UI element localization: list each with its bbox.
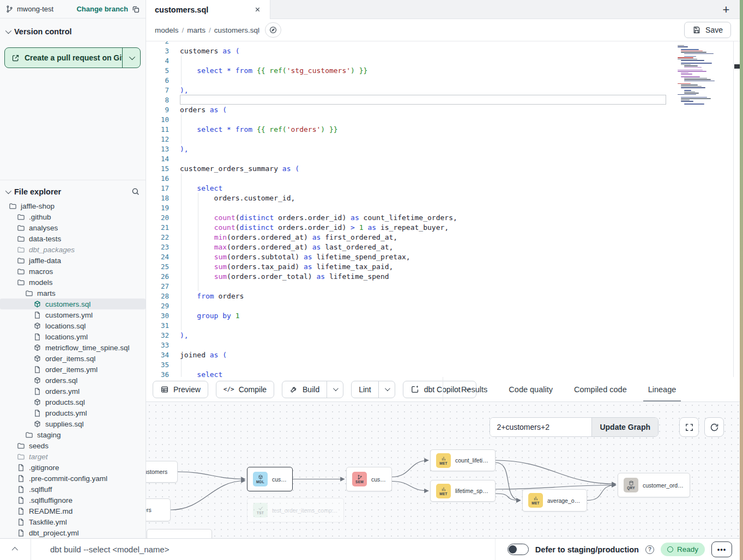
file-tree-item-readme-md[interactable]: README.md [0, 506, 146, 516]
lineage-node-average-order-value[interactable]: METaverage_order_value [522, 489, 587, 512]
code-line-28[interactable]: 28 from orders [146, 291, 740, 301]
search-icon[interactable] [131, 187, 140, 196]
copy-icon[interactable] [131, 5, 140, 14]
code-line-17[interactable]: 17 select [146, 183, 740, 193]
compile-button[interactable]: </> Compile [216, 381, 274, 398]
compass-icon-button[interactable] [265, 22, 281, 38]
pull-request-dropdown-button[interactable] [122, 48, 140, 68]
file-tree-item-order-items-yml[interactable]: order_items.yml [0, 364, 146, 375]
file-tree-item-orders-yml[interactable]: orders.yml [0, 386, 146, 397]
file-tree-item-marts[interactable]: marts [0, 288, 146, 299]
code-line-35[interactable]: 35 [146, 360, 740, 369]
lineage-node-customers-mdl[interactable]: MDLcustomers [247, 467, 293, 491]
file-tree-item--sqlfluff[interactable]: .sqlfluff [0, 484, 146, 495]
file-tree-item-dbt-project-yml[interactable]: dbt_project.yml [0, 527, 146, 538]
code-line-24[interactable]: 24 sum(orders.subtotal) as lifetime_spen… [146, 252, 740, 261]
code-line-2[interactable]: 2 [146, 41, 740, 46]
lint-button[interactable]: Lint [352, 381, 378, 398]
new-tab-button[interactable]: + [718, 2, 734, 18]
code-line-25[interactable]: 25 sum(orders.tax_paid) as lifetime_tax_… [146, 261, 740, 271]
file-tree-item-products-sql[interactable]: products.sql [0, 397, 146, 407]
file-tree-item-locations-sql[interactable]: locations.sql [0, 320, 146, 331]
preview-button[interactable]: Preview [153, 381, 208, 398]
code-line-32[interactable]: 32), [146, 330, 740, 340]
lineage-node-stg-customers[interactable]: stg_customers [146, 461, 178, 483]
file-tree-item--sqlfluffignore[interactable]: .sqlfluffignore [0, 495, 146, 506]
command-input[interactable]: dbt build --select <model_name> [31, 539, 495, 560]
collapse-command-bar-button[interactable] [0, 547, 31, 552]
code-line-18[interactable]: 18 orders.customer_id, [146, 193, 740, 203]
code-line-13[interactable]: 13), [146, 144, 740, 154]
version-control-header[interactable]: Version control [0, 27, 146, 36]
file-tree-item-analyses[interactable]: analyses [0, 222, 146, 233]
file-tree-item-metricflow-time-spine-sql[interactable]: metricflow_time_spine.sql [0, 342, 146, 353]
file-tree-item-jaffle-shop[interactable]: jaffle-shop [0, 200, 146, 211]
editor-scrollbar[interactable] [733, 41, 740, 377]
code-line-31[interactable]: 31 [146, 320, 740, 330]
panel-tab-lineage[interactable]: Lineage [647, 377, 678, 401]
file-tree-item-products-yml[interactable]: products.yml [0, 407, 146, 418]
build-button[interactable]: Build [282, 381, 327, 398]
code-line-26[interactable]: 26 sum(orders.order_total) as lifetime_s… [146, 271, 740, 281]
code-line-12[interactable]: 12 [146, 134, 740, 144]
breadcrumb-marts[interactable]: marts [187, 26, 206, 34]
code-line-29[interactable]: 29 [146, 301, 740, 311]
code-line-6[interactable]: 6 [146, 75, 740, 85]
code-line-30[interactable]: 30 group by 1 [146, 311, 740, 320]
panel-tab-results[interactable]: Results [460, 377, 489, 401]
code-line-36[interactable]: 36 select [146, 369, 740, 377]
file-tree-item-target[interactable]: target [0, 451, 146, 462]
file-tree-item-supplies-sql[interactable]: supplies.sql [0, 418, 146, 429]
file-tree-item-customers-yml[interactable]: customers.yml [0, 309, 146, 320]
code-line-23[interactable]: 23 max(orders.ordered_at) as last_ordere… [146, 242, 740, 252]
file-tree-item-models[interactable]: models [0, 277, 146, 288]
code-line-11[interactable]: 11 select * from {{ ref('orders') }} [146, 124, 740, 134]
lineage-node-partial-node[interactable] [147, 529, 212, 538]
breadcrumb-models[interactable]: models [155, 26, 179, 34]
code-line-14[interactable]: 14 [146, 154, 740, 163]
code-editor[interactable]: 23customers as (45 select * from {{ ref(… [146, 41, 740, 377]
file-tree-item-order-items-sql[interactable]: order_items.sql [0, 353, 146, 364]
lineage-node-customers-sem[interactable]: SEMcustomers [346, 467, 392, 491]
file-tree-item-staging[interactable]: staging [0, 429, 146, 440]
file-tree-item-macros[interactable]: macros [0, 266, 146, 277]
refresh-button[interactable] [704, 417, 724, 437]
code-line-16[interactable]: 16 [146, 173, 740, 183]
code-line-19[interactable]: 19 [146, 203, 740, 212]
code-line-33[interactable]: 33 [146, 340, 740, 350]
file-tree-item-taskfile-yml[interactable]: Taskfile.yml [0, 516, 146, 527]
file-tree-item--pre-commit-config-yaml[interactable]: .pre-commit-config.yaml [0, 473, 146, 484]
file-tree-item-jaffle-data[interactable]: jaffle-data [0, 255, 146, 266]
more-options-button[interactable]: ••• [711, 541, 732, 557]
code-line-21[interactable]: 21 count(distinct orders.order_id) > 1 a… [146, 222, 740, 232]
code-line-5[interactable]: 5 select * from {{ ref('stg_customers') … [146, 65, 740, 75]
code-line-27[interactable]: 27 [146, 281, 740, 291]
file-explorer-header[interactable]: File explorer [0, 180, 146, 200]
change-branch-link[interactable]: Change branch [76, 5, 128, 13]
minimap[interactable] [678, 45, 726, 107]
code-line-8[interactable]: 8 [146, 95, 740, 105]
code-line-22[interactable]: 22 min(orders.ordered_at) as first_order… [146, 232, 740, 242]
build-dropdown-button[interactable] [327, 381, 343, 398]
tab-customers-sql[interactable]: customers.sql [146, 0, 270, 19]
lineage-node-count-lifetime-orders[interactable]: METcount_lifetime_orders [430, 449, 496, 471]
file-tree-item-data-tests[interactable]: data-tests [0, 233, 146, 244]
lineage-panel[interactable]: stg_customersordersMDLcustomersTSTtest_o… [146, 402, 740, 538]
code-line-15[interactable]: 15customer_orders_summary as ( [146, 163, 740, 173]
update-graph-button[interactable]: Update Graph [591, 418, 658, 436]
fullscreen-button[interactable] [679, 417, 699, 437]
file-tree-item-customers-sql[interactable]: customers.sql [0, 299, 146, 309]
save-button[interactable]: Save [684, 22, 731, 38]
help-icon[interactable]: ? [645, 545, 654, 554]
code-line-34[interactable]: 34joined as ( [146, 350, 740, 360]
file-tree-item--github[interactable]: .github [0, 211, 146, 222]
code-line-9[interactable]: 9orders as ( [146, 105, 740, 114]
close-icon[interactable] [254, 6, 261, 13]
panel-tab-compiled-code[interactable]: Compiled code [572, 377, 629, 401]
scrollbar-thumb[interactable] [734, 64, 740, 69]
lineage-node-lifetime-spend-pretax[interactable]: METlifetime_spend_pretax [430, 480, 496, 502]
lineage-node-tst-node[interactable]: TSTtest_order_items_compute_to_bools... [247, 498, 344, 522]
file-tree-item--gitignore[interactable]: .gitignore [0, 462, 146, 473]
lineage-node-orders[interactable]: orders [146, 498, 171, 521]
lint-dropdown-button[interactable] [378, 381, 395, 398]
